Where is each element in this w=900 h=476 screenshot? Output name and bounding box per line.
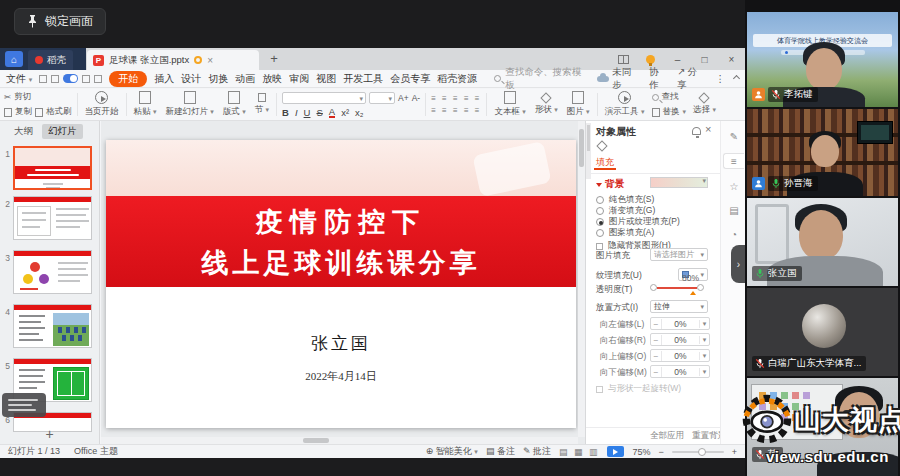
list-and-indent-buttons[interactable]: ≡ ≡ ≡ ≡ ≡ (431, 94, 481, 103)
offset-left-stepper[interactable]: −0%▾ (650, 317, 710, 330)
section-button[interactable]: 节 ▾ (253, 91, 271, 118)
background-color-swatch[interactable] (650, 177, 708, 188)
slide-thumbnail-1[interactable] (13, 146, 92, 190)
menu-member[interactable]: 会员专享 (390, 72, 430, 86)
bell-icon[interactable] (692, 127, 701, 135)
share-button[interactable]: ↗ 分享 (677, 66, 706, 92)
star-icon[interactable]: ☆ (726, 179, 742, 195)
comments-button[interactable]: ✎ 批注 (523, 445, 551, 458)
zoom-out-button[interactable]: − (658, 447, 663, 457)
slide-thumbnail-4[interactable] (13, 304, 92, 348)
offset-right-stepper[interactable]: −0%▾ (650, 333, 710, 346)
slide-thumbnail-2[interactable] (13, 196, 92, 240)
superscript-button[interactable]: x² (341, 107, 349, 118)
zoom-in-button[interactable]: + (732, 447, 737, 457)
menu-animation[interactable]: 动画 (235, 72, 255, 86)
slide-title-banner[interactable]: 疫情防控下 线上足球训练课分享 (106, 196, 576, 287)
participant-tile-3-speaking[interactable]: 张立国 (747, 198, 898, 286)
replace-button[interactable]: 替换 ▾ (652, 106, 687, 118)
tab-slides[interactable]: 幻灯片 (42, 124, 83, 139)
undo-icon[interactable] (82, 75, 90, 83)
slide-author[interactable]: 张立国 (106, 332, 576, 355)
file-menu[interactable]: 文件 ▾ (6, 72, 32, 86)
layout-button[interactable]: 版式 ▾ (221, 91, 248, 118)
italic-button[interactable]: I (295, 107, 298, 118)
participant-tile-2[interactable]: 孙晋海 (747, 109, 898, 196)
increase-font-button[interactable]: A+ (398, 93, 409, 103)
decrease-font-button[interactable]: A- (412, 93, 421, 103)
cut-button[interactable]: ✂剪切 (4, 91, 72, 103)
picture-button[interactable]: 图片 ▾ (565, 91, 592, 118)
play-from-current-button[interactable]: 当页开始 (83, 91, 121, 118)
save-icon[interactable] (39, 75, 47, 83)
menu-design[interactable]: 设计 (181, 72, 201, 86)
slider-knob-left[interactable] (650, 284, 657, 291)
new-slide-button[interactable]: 新建幻灯片 ▾ (163, 91, 215, 118)
shapes-button[interactable]: 形状 ▾ (533, 91, 560, 118)
text-box-button[interactable]: 文本框 ▾ (492, 91, 527, 118)
lock-screen-button[interactable]: 锁定画面 (14, 8, 106, 35)
new-tab-button[interactable]: + (265, 50, 283, 68)
participant-tile-1[interactable]: 体育学院线上教学经验交流会 李拓键 (747, 12, 898, 107)
find-button[interactable]: 查找 (652, 91, 687, 103)
menu-insert[interactable]: 插入 (154, 72, 174, 86)
background-section-header[interactable]: 背景 (596, 178, 624, 191)
apply-all-button[interactable]: 全部应用 (650, 430, 684, 442)
placement-dropdown[interactable]: 拉伸▾ (650, 300, 708, 313)
canvas-horizontal-scrollbar[interactable] (101, 437, 578, 444)
menu-slideshow[interactable]: 放映 (262, 72, 282, 86)
menu-review[interactable]: 审阅 (289, 72, 309, 86)
beautify-button[interactable]: ⊕ 智能美化 ▾ (426, 445, 478, 458)
paste-button[interactable]: 粘贴 ▾ (132, 91, 159, 118)
collaborate-button[interactable]: 协作 (649, 66, 668, 92)
transparency-slider[interactable] (650, 284, 704, 291)
font-family-select[interactable] (282, 92, 366, 104)
view-switcher-icons[interactable]: ▤ ▦ ▥ (559, 447, 600, 457)
subscript-button[interactable]: x₂ (355, 107, 363, 118)
menu-transitions[interactable]: 切换 (208, 72, 228, 86)
canvas-vertical-scrollbar[interactable] (578, 121, 585, 437)
slideshow-play-button[interactable] (607, 446, 624, 457)
panel-scrollbar[interactable] (586, 123, 591, 179)
notes-button[interactable]: ▤ 备注 (486, 445, 515, 458)
slider-knob-right[interactable] (697, 284, 704, 291)
zoom-knob[interactable] (698, 448, 706, 456)
autosave-toggle[interactable] (63, 74, 78, 83)
offset-up-stepper[interactable]: −0%▾ (650, 349, 710, 362)
slide-date[interactable]: 2022年4月14日 (106, 369, 576, 384)
font-size-select[interactable] (369, 92, 395, 104)
home-tab[interactable]: ⌂ (5, 51, 23, 67)
add-slide-button[interactable]: + (0, 426, 99, 442)
redo-icon[interactable] (94, 75, 102, 83)
presentation-tools-button[interactable]: 演示工具 ▾ (603, 91, 647, 118)
more-menu-icon[interactable]: ⋮ (716, 73, 726, 84)
copy-button[interactable]: 复制 (4, 106, 32, 118)
tab-outline[interactable]: 大纲 (8, 124, 39, 139)
collapse-panel-handle[interactable]: › (731, 245, 746, 283)
close-tab-icon[interactable]: × (207, 55, 213, 66)
zoom-level[interactable]: 75% (632, 447, 650, 457)
menu-docer-resources[interactable]: 稻壳资源 (437, 72, 477, 86)
theme-name[interactable]: Office 主题 (74, 445, 118, 458)
sync-status[interactable]: 未同步 (597, 66, 640, 92)
alignment-buttons[interactable]: ≡ ≡ ≡ ≡ ≡ (431, 106, 481, 115)
zoom-slider[interactable] (672, 451, 724, 453)
gallery-icon[interactable]: ▤ (726, 203, 742, 219)
properties-icon[interactable]: ≡ (723, 153, 744, 169)
participant-tile-4[interactable]: 白瑞广山东大学体育... (747, 288, 898, 376)
participant-tile-5[interactable]: 范 (747, 378, 898, 476)
offset-down-stepper[interactable]: −0%▾ (650, 365, 710, 378)
collapse-ribbon-icon[interactable] (733, 75, 740, 82)
print-icon[interactable] (51, 75, 59, 83)
help-icon[interactable]: ◔ (726, 227, 742, 243)
select-button[interactable]: 选择 ▾ (691, 91, 718, 118)
slide-thumbnail-3[interactable] (13, 250, 92, 294)
docer-tab[interactable]: 稻壳 (28, 50, 73, 70)
document-tab[interactable]: P 足球课 张立国.pptx × (87, 50, 259, 70)
menu-home[interactable]: 开始 (109, 71, 147, 87)
rotate-with-shape-checkbox[interactable]: 与形状一起旋转(W) (596, 383, 681, 395)
command-search[interactable]: 查找命令、搜索模板 (494, 66, 590, 92)
current-slide[interactable]: 疫情防控下 线上足球训练课分享 张立国 2022年4月14日 (106, 140, 576, 428)
panel-close-icon[interactable]: × (705, 123, 711, 135)
recommend-icon[interactable]: ✎ (726, 129, 742, 145)
